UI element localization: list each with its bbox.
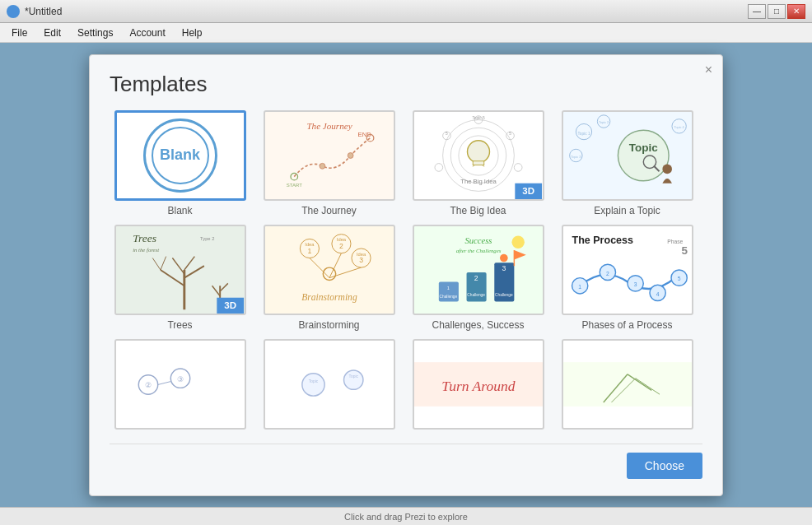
svg-point-75 <box>511 235 524 248</box>
svg-text:1: 1 <box>307 246 311 254</box>
status-text: Click and drag Prezi to explore <box>344 512 468 522</box>
app-icon <box>7 5 20 18</box>
menu-help[interactable]: Help <box>174 26 211 40</box>
template-thumb-blank: Blank <box>114 110 246 201</box>
svg-text:5: 5 <box>446 131 448 135</box>
template-label-journey: The Journey <box>301 205 357 216</box>
menu-bar: File Edit Settings Account Help <box>0 23 812 43</box>
choose-button[interactable]: Choose <box>627 453 702 479</box>
templates-grid-wrapper[interactable]: Blank Blank The Journey END <box>110 110 702 434</box>
window-controls: — □ ✕ <box>748 4 805 19</box>
turnaround-svg: Turn Around <box>414 341 543 428</box>
modal-overlay: × Templates Blank Blank <box>0 43 812 507</box>
modal-title: Templates <box>110 72 702 97</box>
template-thumb-process: The Process Phase 5 1 2 <box>562 225 693 315</box>
svg-point-34 <box>618 130 669 181</box>
svg-rect-13 <box>473 160 483 165</box>
menu-file[interactable]: File <box>3 26 35 40</box>
svg-text:5: 5 <box>509 131 511 135</box>
menu-settings[interactable]: Settings <box>69 26 121 40</box>
template-card-partial2[interactable]: Topic Topic <box>259 339 399 434</box>
template-card-bigidea[interactable]: Topic 5 5 5 The Big Idea 3D The Big Idea <box>408 110 548 216</box>
svg-text:Topic 4: Topic 4 <box>674 126 684 129</box>
brainstorm-svg: Idea 1 Idea 2 Idea 3 <box>265 226 394 314</box>
template-card-success[interactable]: Success after the Challenges 1 Challenge <box>408 225 548 331</box>
svg-text:Topic: Topic <box>348 374 358 378</box>
svg-text:3: 3 <box>502 263 506 272</box>
template-card-journey[interactable]: The Journey END START T <box>259 110 399 216</box>
svg-point-12 <box>467 140 489 162</box>
template-thumb-trees: Trees in the forest Type 2 <box>114 225 246 315</box>
close-button[interactable]: ✕ <box>787 4 805 19</box>
svg-text:4: 4 <box>656 290 659 296</box>
template-label-topic: Explain a Topic <box>594 205 660 216</box>
svg-text:③: ③ <box>177 374 184 383</box>
svg-text:The Big Idea: The Big Idea <box>460 177 497 184</box>
template-thumb-bigidea: Topic 5 5 5 The Big Idea 3D <box>413 110 544 201</box>
partial2-svg: Topic Topic <box>265 341 394 428</box>
template-thumb-journey: The Journey END START <box>264 110 395 201</box>
svg-text:in the forest: in the forest <box>133 246 159 252</box>
blank-circle-inner: Blank <box>152 127 209 184</box>
template-thumb-success: Success after the Challenges 1 Challenge <box>413 225 544 315</box>
svg-text:2: 2 <box>339 241 343 249</box>
template-card-blank[interactable]: Blank Blank <box>110 110 250 216</box>
templates-area: Blank Blank The Journey END <box>110 110 702 434</box>
svg-text:Brainstorming: Brainstorming <box>301 291 357 302</box>
svg-text:Type 2: Type 2 <box>200 236 214 241</box>
svg-text:2: 2 <box>606 270 609 276</box>
template-label-bigidea: The Big Idea <box>450 205 506 216</box>
template-card-process[interactable]: The Process Phase 5 1 2 <box>557 225 698 331</box>
svg-text:5: 5 <box>677 276 680 281</box>
svg-text:Topic: Topic <box>308 379 318 383</box>
trees-svg: Trees in the forest Type 2 <box>116 226 245 314</box>
template-card-trees[interactable]: Trees in the forest Type 2 <box>110 225 250 331</box>
svg-text:3D: 3D <box>522 186 534 196</box>
main-area: × Templates Blank Blank <box>0 43 812 507</box>
templates-modal: × Templates Blank Blank <box>89 54 723 496</box>
svg-rect-76 <box>438 281 458 301</box>
svg-text:5: 5 <box>681 244 688 256</box>
svg-text:The Process: The Process <box>572 235 632 246</box>
svg-point-85 <box>500 253 508 262</box>
svg-text:Challenge: Challenge <box>495 292 513 296</box>
svg-point-111 <box>343 369 362 388</box>
svg-text:②: ② <box>145 381 152 389</box>
journey-svg: The Journey END START <box>270 117 389 194</box>
modal-close-button[interactable]: × <box>705 63 712 77</box>
window-title: *Untitled <box>25 6 748 17</box>
svg-text:1: 1 <box>578 284 581 290</box>
svg-text:START: START <box>286 183 301 188</box>
menu-account[interactable]: Account <box>121 26 173 40</box>
svg-text:1: 1 <box>446 286 449 290</box>
template-card-topic[interactable]: Topic 1 Topic 2 Topic 3 Topic <box>557 110 698 216</box>
template-label-success: Challenges, Success <box>432 319 524 331</box>
svg-rect-115 <box>563 362 692 407</box>
process-svg: The Process Phase 5 1 2 <box>563 226 692 314</box>
svg-text:Turn Around: Turn Around <box>441 378 515 394</box>
template-card-brainstorm[interactable]: Idea 1 Idea 2 Idea 3 <box>259 225 399 331</box>
maximize-button[interactable]: □ <box>768 4 786 19</box>
template-card-partial4[interactable] <box>557 339 698 434</box>
menu-edit[interactable]: Edit <box>35 26 69 40</box>
svg-rect-108 <box>265 362 394 407</box>
svg-text:Trees: Trees <box>133 232 156 244</box>
template-label-process: Phases of a Process <box>581 319 672 331</box>
template-card-partial1[interactable]: ② ③ <box>110 339 250 434</box>
svg-text:Topic 1: Topic 1 <box>577 131 590 135</box>
svg-text:3D: 3D <box>224 300 236 310</box>
minimize-button[interactable]: — <box>748 4 766 19</box>
blank-circle-outer: Blank <box>143 118 217 193</box>
template-card-turnaround[interactable]: Turn Around <box>408 339 548 434</box>
svg-text:3: 3 <box>359 256 363 264</box>
template-thumb-topic: Topic 1 Topic 2 Topic 3 Topic <box>562 110 693 201</box>
svg-point-109 <box>301 373 324 395</box>
template-thumb-partial4 <box>562 339 693 430</box>
templates-grid: Blank Blank The Journey END <box>110 110 698 434</box>
status-bar: Click and drag Prezi to explore <box>0 507 812 525</box>
success-svg: Success after the Challenges 1 Challenge <box>414 226 543 314</box>
svg-text:The Journey: The Journey <box>306 121 352 131</box>
svg-text:after the Challenges: after the Challenges <box>455 247 501 253</box>
svg-text:3: 3 <box>633 281 637 287</box>
svg-text:2: 2 <box>474 273 478 281</box>
